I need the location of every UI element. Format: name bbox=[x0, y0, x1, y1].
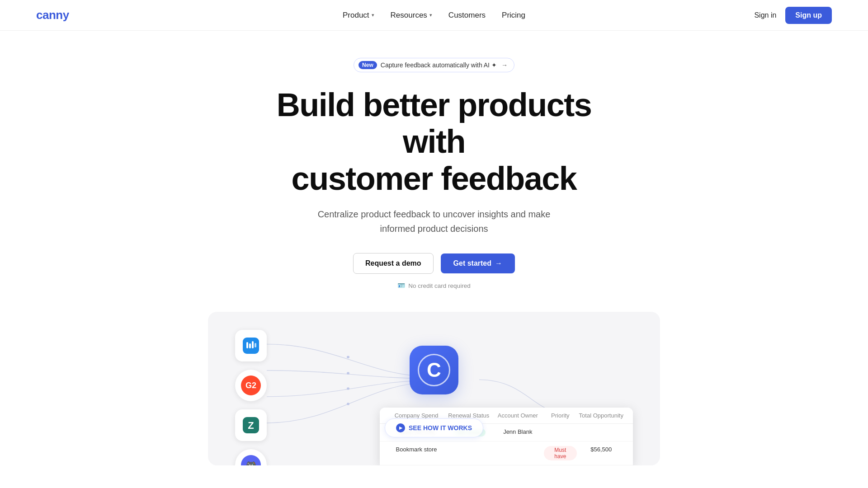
signup-button[interactable]: Sign up bbox=[785, 7, 832, 24]
canny-center-icon: C bbox=[410, 346, 458, 394]
see-how-button[interactable]: ▶ SEE HOW IT WORKS bbox=[385, 418, 483, 437]
svg-text:🎮: 🎮 bbox=[245, 460, 257, 465]
hero-subtitle: Centralize product feedback to uncover i… bbox=[307, 207, 561, 236]
hero-section: New Capture feedback automatically with … bbox=[0, 31, 868, 465]
badge-text: Capture feedback automatically with AI ✦ bbox=[381, 61, 497, 69]
svg-point-3 bbox=[347, 403, 349, 405]
new-label: New bbox=[359, 61, 377, 69]
see-how-label: SEE HOW IT WORKS bbox=[409, 424, 472, 432]
col-total: Total Opportunity bbox=[577, 412, 626, 419]
chevron-down-icon: ▾ bbox=[429, 12, 432, 18]
col-renewal: Renewal Status bbox=[446, 412, 491, 419]
arrow-icon: → bbox=[495, 259, 502, 267]
nav-pricing[interactable]: Pricing bbox=[502, 11, 525, 20]
cell-priority: Must have bbox=[544, 446, 576, 460]
svg-point-0 bbox=[347, 356, 349, 358]
svg-rect-7 bbox=[252, 341, 254, 348]
integration-nodes: G2 Z 🎮 bbox=[235, 330, 267, 465]
svg-point-2 bbox=[347, 387, 349, 389]
signin-button[interactable]: Sign in bbox=[754, 11, 776, 19]
navbar: canny Product ▾ Resources ▾ Customers Pr… bbox=[0, 0, 868, 31]
hero-title: Build better products with customer feed… bbox=[249, 87, 619, 197]
col-owner: Account Owner bbox=[491, 412, 544, 419]
g2-icon: G2 bbox=[235, 370, 267, 401]
logo[interactable]: canny bbox=[36, 8, 69, 22]
cell-priority bbox=[544, 428, 576, 436]
play-icon: ▶ bbox=[396, 423, 405, 432]
cell-renewal bbox=[446, 446, 491, 460]
new-badge[interactable]: New Capture feedback automatically with … bbox=[354, 58, 514, 72]
chevron-down-icon: ▾ bbox=[372, 12, 374, 18]
cell-owner bbox=[491, 446, 544, 460]
nav-customers[interactable]: Customers bbox=[448, 11, 486, 20]
col-company: Company Spend bbox=[387, 412, 446, 419]
table-row: Bookmark store Must have $56,500 bbox=[380, 441, 633, 465]
credit-card-icon: 🪪 bbox=[397, 282, 405, 289]
nav-auth: Sign in Sign up bbox=[754, 7, 832, 24]
nav-resources[interactable]: Resources ▾ bbox=[391, 11, 432, 20]
hero-illustration: G2 Z 🎮 bbox=[208, 312, 660, 465]
svg-rect-8 bbox=[255, 343, 256, 347]
intercom-icon bbox=[235, 330, 267, 361]
discord-icon: 🎮 bbox=[235, 449, 267, 465]
svg-text:Z: Z bbox=[248, 420, 254, 431]
cell-total: $56,500 bbox=[577, 446, 626, 460]
request-demo-button[interactable]: Request a demo bbox=[353, 253, 434, 274]
nav-links: Product ▾ Resources ▾ Customers Pricing bbox=[343, 11, 525, 20]
col-priority: Priority bbox=[544, 412, 576, 419]
nav-product[interactable]: Product ▾ bbox=[343, 11, 374, 20]
svg-rect-5 bbox=[246, 342, 248, 348]
cell-owner: Jenn Blank bbox=[491, 428, 544, 436]
get-started-button[interactable]: Get started → bbox=[441, 253, 515, 273]
no-cc-label: 🪪 No credit card required bbox=[397, 282, 470, 289]
zendesk-icon: Z bbox=[235, 409, 267, 441]
svg-rect-6 bbox=[249, 343, 251, 348]
cell-total bbox=[577, 428, 626, 436]
cell-company: Bookmark store bbox=[387, 446, 446, 460]
svg-text:G2: G2 bbox=[245, 381, 256, 390]
arrow-icon: → bbox=[501, 61, 508, 69]
hero-cta: Request a demo Get started → bbox=[353, 253, 515, 274]
svg-point-1 bbox=[347, 372, 349, 374]
